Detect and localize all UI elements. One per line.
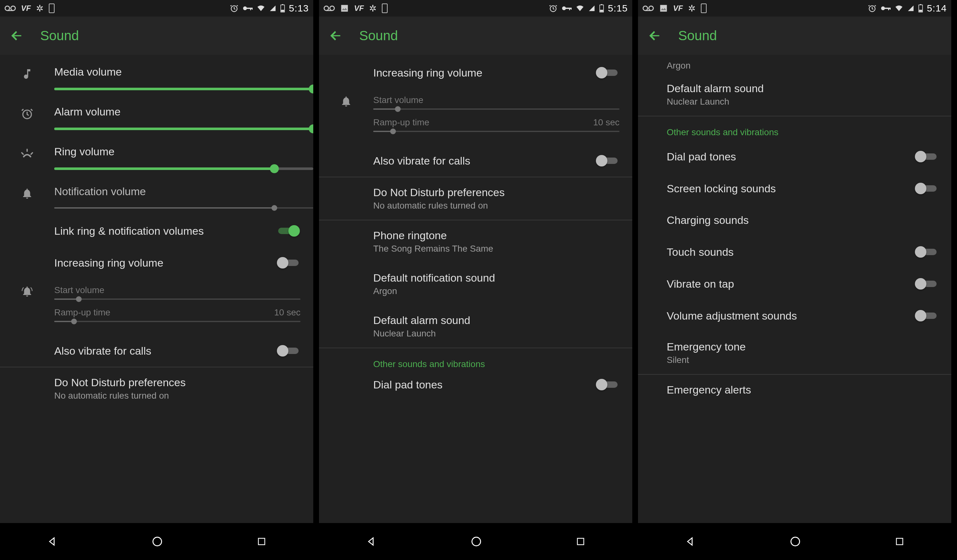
increasing-ring-switch[interactable] bbox=[595, 66, 619, 79]
increasing-ring-label: Increasing ring volume bbox=[373, 67, 595, 79]
navigation-bar bbox=[0, 523, 313, 560]
dial-pad-row[interactable]: Dial pad tones bbox=[638, 140, 951, 172]
nav-home-icon[interactable] bbox=[152, 536, 163, 547]
also-vibrate-switch[interactable] bbox=[276, 344, 300, 357]
alarm-sound-label: Default alarm sound bbox=[373, 314, 632, 327]
arrow-left-icon bbox=[647, 29, 662, 43]
emergency-tone-row[interactable]: Emergency tone Silent bbox=[638, 332, 951, 374]
back-button[interactable] bbox=[647, 28, 662, 43]
also-vibrate-row[interactable]: Also vibrate for calls bbox=[373, 145, 632, 177]
svg-rect-11 bbox=[281, 10, 284, 12]
nav-home-icon[interactable] bbox=[790, 536, 801, 547]
volume-adjust-switch[interactable] bbox=[914, 309, 938, 322]
status-bar: VF ✲ 5:14 bbox=[638, 0, 951, 17]
notification-volume-slider bbox=[54, 207, 313, 208]
phone-portrait-icon bbox=[382, 3, 388, 13]
vibrate-on-tap-switch[interactable] bbox=[914, 278, 938, 290]
alarm-volume-row[interactable]: Alarm volume bbox=[0, 97, 313, 137]
start-volume-slider bbox=[373, 109, 619, 110]
alarm-sound-row[interactable]: Default alarm sound Nuclear Launch bbox=[638, 71, 951, 116]
volume-adjust-row[interactable]: Volume adjustment sounds bbox=[638, 300, 951, 332]
svg-rect-29 bbox=[577, 538, 584, 545]
arrow-left-icon bbox=[328, 29, 343, 43]
increasing-ring-subpanel: Start volume Ramp-up time 10 sec bbox=[54, 279, 300, 328]
charging-sounds-row[interactable]: Charging sounds bbox=[638, 204, 951, 236]
svg-rect-38 bbox=[888, 8, 889, 10]
settings-list[interactable]: Increasing ring volume Start volume Ramp… bbox=[319, 55, 632, 523]
nav-recents-icon[interactable] bbox=[895, 537, 904, 546]
touch-sounds-row[interactable]: Touch sounds bbox=[638, 236, 951, 268]
signal-icon bbox=[269, 5, 276, 12]
back-button[interactable] bbox=[328, 28, 343, 43]
dial-pad-label: Dial pad tones bbox=[373, 379, 595, 391]
svg-rect-14 bbox=[258, 538, 265, 545]
alarm-status-icon bbox=[230, 4, 238, 13]
touch-sounds-switch[interactable] bbox=[914, 246, 938, 258]
dnd-row[interactable]: Do Not Disturb preferences No automatic … bbox=[319, 177, 632, 220]
nav-back-icon[interactable] bbox=[47, 536, 58, 547]
media-volume-slider[interactable] bbox=[54, 88, 313, 90]
svg-point-15 bbox=[324, 6, 328, 11]
vibrate-on-tap-label: Vibrate on tap bbox=[667, 278, 914, 290]
vf-icon: VF bbox=[21, 4, 31, 13]
dnd-row[interactable]: Do Not Disturb preferences No automatic … bbox=[0, 368, 313, 410]
voicemail-icon bbox=[5, 5, 16, 11]
key-icon bbox=[242, 5, 253, 11]
status-bar: VF ✲ 5:13 bbox=[0, 0, 313, 17]
image-icon bbox=[659, 4, 668, 13]
link-volumes-row[interactable]: Link ring & notification volumes bbox=[54, 215, 313, 247]
nav-home-icon[interactable] bbox=[471, 536, 482, 547]
battery-icon bbox=[918, 4, 923, 13]
svg-rect-26 bbox=[601, 4, 602, 5]
ringtone-sub: The Song Remains The Same bbox=[373, 244, 632, 254]
back-button[interactable] bbox=[9, 28, 24, 43]
link-volumes-switch[interactable] bbox=[276, 224, 300, 237]
increasing-ring-row[interactable]: Increasing ring volume bbox=[373, 57, 632, 89]
nav-recents-icon[interactable] bbox=[576, 537, 585, 546]
svg-rect-22 bbox=[565, 8, 571, 9]
nav-back-icon[interactable] bbox=[366, 536, 377, 547]
phone-screen-3: VF ✲ 5:14 Sound Argon Default alarm soun… bbox=[638, 0, 951, 560]
svg-point-43 bbox=[791, 537, 800, 546]
alarm-volume-slider[interactable] bbox=[54, 128, 313, 130]
alarm-volume-label: Alarm volume bbox=[54, 106, 313, 118]
emergency-alerts-label: Emergency alerts bbox=[667, 383, 951, 396]
nav-back-icon[interactable] bbox=[685, 536, 696, 547]
emergency-alerts-row[interactable]: Emergency alerts bbox=[638, 375, 951, 405]
navigation-bar bbox=[319, 523, 632, 560]
ringtone-label: Phone ringtone bbox=[373, 229, 632, 242]
dial-pad-row[interactable]: Dial pad tones bbox=[373, 372, 632, 401]
increasing-ring-switch[interactable] bbox=[276, 256, 300, 269]
svg-rect-24 bbox=[571, 8, 572, 9]
increasing-ring-row[interactable]: Increasing ring volume bbox=[54, 247, 313, 279]
dnd-sub: No automatic rules turned on bbox=[54, 391, 313, 401]
notification-sound-row[interactable]: Default notification sound Argon bbox=[319, 263, 632, 305]
ring-volume-slider[interactable] bbox=[54, 167, 313, 170]
screen-lock-row[interactable]: Screen locking sounds bbox=[638, 172, 951, 204]
nav-recents-icon[interactable] bbox=[257, 537, 266, 546]
ramp-up-slider bbox=[54, 321, 300, 322]
leaf-icon: ✲ bbox=[369, 3, 376, 14]
settings-list[interactable]: Argon Default alarm sound Nuclear Launch… bbox=[638, 55, 951, 523]
key-icon bbox=[561, 5, 572, 11]
volume-adjust-label: Volume adjustment sounds bbox=[667, 310, 914, 322]
alarm-status-icon bbox=[549, 4, 557, 13]
voicemail-icon bbox=[324, 5, 335, 11]
ringtone-row[interactable]: Phone ringtone The Song Remains The Same bbox=[319, 220, 632, 263]
also-vibrate-switch[interactable] bbox=[595, 155, 619, 167]
bell-icon bbox=[21, 187, 33, 200]
svg-rect-41 bbox=[920, 4, 921, 5]
status-time: 5:15 bbox=[608, 3, 628, 14]
also-vibrate-row[interactable]: Also vibrate for calls bbox=[54, 335, 313, 367]
vibrate-on-tap-row[interactable]: Vibrate on tap bbox=[638, 268, 951, 300]
ring-volume-row[interactable]: Ring volume bbox=[0, 137, 313, 177]
screen-lock-switch[interactable] bbox=[914, 182, 938, 195]
dial-pad-switch[interactable] bbox=[595, 378, 619, 391]
dial-pad-switch[interactable] bbox=[914, 150, 938, 163]
app-header: Sound bbox=[319, 17, 632, 55]
alarm-status-icon bbox=[868, 4, 876, 13]
alarm-sound-row[interactable]: Default alarm sound Nuclear Launch bbox=[319, 305, 632, 348]
page-title: Sound bbox=[40, 28, 79, 43]
settings-list[interactable]: Media volume Alarm volume Ring volume bbox=[0, 55, 313, 523]
media-volume-row[interactable]: Media volume bbox=[0, 57, 313, 97]
